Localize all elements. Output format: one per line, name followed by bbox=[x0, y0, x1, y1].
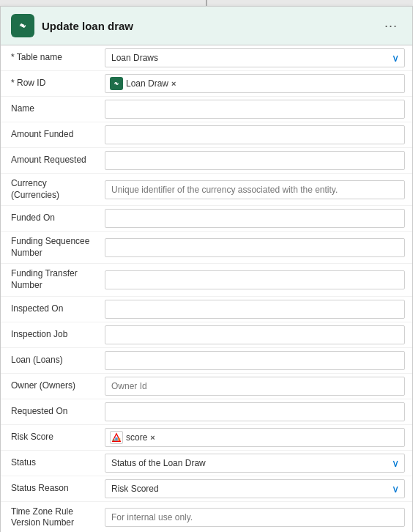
tag-score-label: score bbox=[126, 432, 147, 443]
label-inspection-job: Inspection Job bbox=[1, 325, 102, 345]
select-wrapper-status: Status of the Loan Draw ∨ bbox=[105, 454, 405, 473]
control-loan bbox=[102, 348, 412, 373]
label-amount-requested: Amount Requested bbox=[1, 150, 102, 171]
control-inspection-job bbox=[102, 322, 412, 347]
card-body: Table name Loan Draws ∨ Row ID bbox=[1, 45, 412, 532]
label-inspected-on: Inspected On bbox=[1, 299, 102, 319]
control-timezone-rule bbox=[102, 505, 412, 530]
control-funding-sequence bbox=[102, 235, 412, 260]
field-requested-on: Requested On bbox=[1, 399, 412, 425]
field-row-id: Row ID Loan Draw × bbox=[1, 71, 412, 97]
field-funding-sequence: Funding Sequencee Number bbox=[1, 232, 412, 264]
control-amount-requested bbox=[102, 148, 412, 173]
field-currency: Currency (Currencies) bbox=[1, 174, 412, 206]
field-inspection-job: Inspection Job bbox=[1, 322, 412, 348]
label-amount-funded: Amount Funded bbox=[1, 125, 102, 145]
label-owner: Owner (Owners) bbox=[1, 376, 102, 396]
input-owner[interactable] bbox=[105, 377, 405, 396]
label-requested-on: Requested On bbox=[1, 402, 102, 422]
label-table-name: Table name bbox=[1, 48, 102, 68]
score-icon bbox=[110, 431, 123, 444]
label-funding-sequence: Funding Sequencee Number bbox=[1, 232, 102, 263]
label-loan: Loan (Loans) bbox=[1, 350, 102, 371]
input-requested-on[interactable] bbox=[105, 402, 405, 421]
label-risk-score: Risk Score bbox=[1, 427, 102, 448]
tag-loan-draw-close[interactable]: × bbox=[171, 79, 176, 88]
field-inspected-on: Inspected On bbox=[1, 297, 412, 322]
control-funding-transfer bbox=[102, 267, 412, 292]
select-status-reason[interactable]: Risk Scored bbox=[105, 479, 405, 498]
field-loan: Loan (Loans) bbox=[1, 348, 412, 374]
select-table-name[interactable]: Loan Draws bbox=[105, 48, 405, 67]
card-header: Update loan draw ··· bbox=[1, 7, 412, 45]
control-status: Status of the Loan Draw ∨ bbox=[102, 451, 412, 476]
input-amount-funded[interactable] bbox=[105, 125, 405, 144]
input-loan[interactable] bbox=[105, 351, 405, 370]
select-status[interactable]: Status of the Loan Draw bbox=[105, 454, 405, 473]
tag-loan-draw: Loan Draw × bbox=[110, 77, 176, 90]
label-status: Status bbox=[1, 453, 102, 473]
svg-rect-6 bbox=[115, 437, 118, 440]
app-icon bbox=[11, 14, 34, 37]
svg-point-1 bbox=[21, 24, 24, 27]
label-name: Name bbox=[1, 99, 102, 119]
field-status-reason: Status Reason Risk Scored ∨ bbox=[1, 476, 412, 502]
control-risk-score: score × bbox=[102, 425, 412, 450]
control-amount-funded bbox=[102, 122, 412, 147]
card-header-left: Update loan draw bbox=[11, 14, 133, 37]
control-row-id: Loan Draw × bbox=[102, 71, 412, 96]
control-owner bbox=[102, 374, 412, 399]
field-owner: Owner (Owners) bbox=[1, 374, 412, 399]
svg-rect-8 bbox=[118, 437, 121, 440]
input-inspected-on[interactable] bbox=[105, 300, 405, 319]
label-status-reason: Status Reason bbox=[1, 479, 102, 499]
label-row-id: Row ID bbox=[1, 73, 102, 94]
card-title: Update loan draw bbox=[42, 20, 133, 32]
label-funding-transfer: Funding Transfer Number bbox=[1, 264, 102, 295]
control-table-name: Loan Draws ∨ bbox=[102, 45, 412, 70]
tag-score-close[interactable]: × bbox=[150, 433, 155, 442]
control-name bbox=[102, 97, 412, 122]
svg-point-3 bbox=[116, 83, 118, 85]
input-inspection-job[interactable] bbox=[105, 325, 405, 344]
label-currency: Currency (Currencies) bbox=[1, 174, 102, 205]
field-amount-funded: Amount Funded bbox=[1, 122, 412, 148]
tag-container-row-id[interactable]: Loan Draw × bbox=[105, 74, 405, 93]
label-timezone-rule: Time Zone Rule Version Number bbox=[1, 502, 102, 532]
svg-rect-7 bbox=[113, 439, 116, 440]
update-loan-draw-card: Update loan draw ··· Table name Loan Dra… bbox=[0, 6, 413, 532]
field-timezone-rule: Time Zone Rule Version Number bbox=[1, 502, 412, 532]
tag-score: score × bbox=[110, 431, 155, 444]
input-funding-transfer[interactable] bbox=[105, 270, 405, 289]
input-timezone-rule[interactable] bbox=[105, 508, 405, 527]
control-currency bbox=[102, 177, 412, 202]
field-amount-requested: Amount Requested bbox=[1, 148, 412, 174]
tag-container-risk-score[interactable]: score × bbox=[105, 428, 405, 447]
control-requested-on bbox=[102, 399, 412, 424]
control-inspected-on bbox=[102, 297, 412, 322]
select-wrapper-status-reason: Risk Scored ∨ bbox=[105, 479, 405, 498]
field-name: Name bbox=[1, 97, 412, 122]
field-status: Status Status of the Loan Draw ∨ bbox=[1, 451, 412, 476]
field-funded-on: Funded On bbox=[1, 206, 412, 232]
tag-loan-draw-label: Loan Draw bbox=[126, 78, 168, 89]
field-funding-transfer: Funding Transfer Number bbox=[1, 264, 412, 296]
control-funded-on bbox=[102, 206, 412, 231]
input-funding-sequence[interactable] bbox=[105, 238, 405, 257]
input-amount-requested[interactable] bbox=[105, 151, 405, 170]
row-id-app-icon bbox=[110, 77, 123, 90]
input-funded-on[interactable] bbox=[105, 209, 405, 228]
control-status-reason: Risk Scored ∨ bbox=[102, 476, 412, 501]
field-table-name: Table name Loan Draws ∨ bbox=[1, 45, 412, 71]
select-wrapper-table-name: Loan Draws ∨ bbox=[105, 48, 405, 67]
input-name[interactable] bbox=[105, 100, 405, 119]
input-currency[interactable] bbox=[105, 180, 405, 199]
ellipsis-button[interactable]: ··· bbox=[380, 17, 402, 35]
field-risk-score: Risk Score bbox=[1, 425, 412, 451]
label-funded-on: Funded On bbox=[1, 208, 102, 229]
